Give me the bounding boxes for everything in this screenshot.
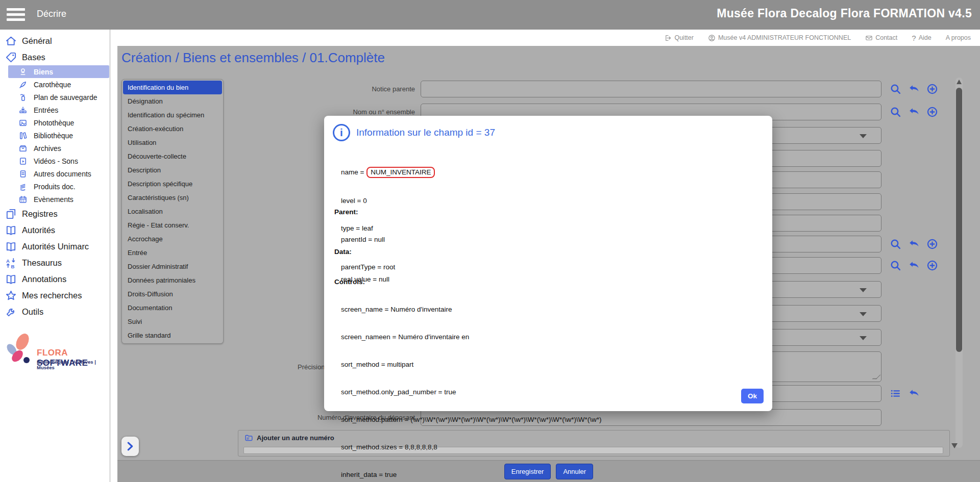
resize-handle-icon[interactable] [872,375,881,379]
controls-line: sort_method.sizes = 8,8,8,8,8,8 [334,443,601,452]
hamburger-menu-icon[interactable] [7,8,25,21]
tab-regie-etat-conserv[interactable]: Régie - Etat conserv. [123,218,222,232]
sidebar: Général Bases Biens Carothèque Plan de s… [0,30,110,482]
vertical-scrollbar-thumb[interactable] [956,88,962,352]
undo-icon[interactable] [908,106,920,118]
sidebar-item-entrees[interactable]: Entrées [0,104,110,116]
search-icon[interactable] [889,259,902,272]
wrench-icon [5,306,17,318]
calendar-icon [18,195,28,204]
sidebar-item-label: Evènements [34,195,74,204]
collapse-panel-button[interactable] [121,437,139,456]
scroll-up-icon[interactable] [957,80,962,84]
statue-icon [18,67,28,77]
sidebar-item-outils[interactable]: Outils [0,303,110,320]
search-icon[interactable] [889,238,902,250]
tab-identification-du-bien[interactable]: Identification du bien [123,81,222,94]
name-prefix: name = [341,168,366,176]
add-icon[interactable] [926,238,939,250]
sidebar-item-label: Mes recherches [22,291,82,300]
tab-droits-diffusion[interactable]: Droits-Diffusion [123,287,222,301]
data-header: Data: [334,247,389,257]
sidebar-item-biens[interactable]: Biens [8,65,109,78]
tab-creation-execution[interactable]: Création-exécution [123,122,222,136]
tab-grille-standard[interactable]: Grille standard [123,328,222,342]
butterfly-logo-icon [3,332,35,368]
sidebar-item-evenements[interactable]: Evènements [0,193,110,206]
sidebar-item-phototheque[interactable]: Photothèque [0,116,110,129]
top-bar: Décrire Musée Flora Decalog Flora FORMAT… [0,0,980,30]
sidebar-item-label: Archives [34,144,61,153]
dropdown-arrow-icon [860,336,867,340]
sidebar-item-mes-recherches[interactable]: Mes recherches [0,287,110,303]
tab-identification-du-specimen[interactable]: Identification du spécimen [123,108,222,122]
tab-dossier-administratif[interactable]: Dossier Administratif [123,260,222,273]
sidebar-item-general[interactable]: Général [0,33,110,49]
sidebar-item-registres[interactable]: Registres [0,206,110,222]
tab-donnees-patrimoniales[interactable]: Données patrimoniales [123,273,222,287]
tab-caracteristiques-sn[interactable]: Caractéristiques (sn) [123,191,222,205]
tab-localisation[interactable]: Localisation [123,205,222,218]
about-link[interactable]: A propos [946,34,971,41]
add-icon[interactable] [926,259,939,272]
tag-icon [5,52,17,63]
quit-label: Quitter [674,34,694,41]
user-account[interactable]: Musée v4 ADMINISTRATEUR FONCTIONNEL [708,34,851,42]
tab-description[interactable]: Description [123,163,222,177]
sidebar-item-label: Photothèque [34,119,74,127]
ok-button[interactable]: Ok [741,389,764,403]
sidebar-item-autorites[interactable]: Autorités [0,222,110,238]
dropdown-arrow-icon [860,312,867,316]
tab-documentation[interactable]: Documentation [123,301,222,315]
tab-decouverte-collecte[interactable]: Découverte-collecte [123,149,222,163]
sidebar-item-annotations[interactable]: Annotations [0,271,110,287]
add-number-header[interactable]: Ajouter un autre numéro [244,434,334,442]
logo-tagline: Bibliothèques | Archives | Musées [37,359,110,370]
scroll-down-icon[interactable] [951,443,958,448]
undo-icon[interactable] [908,83,920,95]
sidebar-item-label: Bibliothèque [34,132,73,140]
form-tab-list: Identification du bien Désignation Ident… [121,79,224,344]
user-icon [708,34,716,42]
sidebar-item-label: Bases [22,53,45,62]
help-link[interactable]: ?Aide [912,34,931,42]
sidebar-item-produits-doc[interactable]: Produits doc. [0,180,110,193]
add-icon[interactable] [926,83,939,95]
add-icon[interactable] [926,106,939,118]
search-icon[interactable] [889,83,902,95]
sidebar-item-label: Entrées [34,106,58,114]
about-label: A propos [946,34,971,41]
sidebar-item-bases[interactable]: Bases [0,49,110,65]
sidebar-item-videos-sons[interactable]: Vidéos - Sons [0,155,110,167]
sidebar-item-bibliotheque[interactable]: Bibliothèque [0,129,110,142]
undo-icon[interactable] [908,259,920,272]
sidebar-item-autorites-unimarc[interactable]: Autorités Unimarc [0,238,110,255]
list-icon[interactable] [889,387,902,400]
tab-entree[interactable]: Entrée [123,246,222,260]
tab-designation[interactable]: Désignation [123,94,222,108]
quit-link[interactable]: Quitter [664,34,694,42]
image-icon [18,118,28,128]
extinguisher-icon [18,93,28,102]
dialog-title: Information sur le champ id = 37 [356,127,495,138]
notice-parente-field[interactable] [421,81,881,97]
notice-parente-actions [889,81,939,97]
tab-description-specifique[interactable]: Description spécifique [123,177,222,191]
name-line: name = NUM_INVENTAIRE [334,167,435,178]
sidebar-item-autres-documents[interactable]: Autres documents [0,167,110,180]
search-icon[interactable] [889,106,902,118]
tab-accrochage[interactable]: Accrochage [123,232,222,246]
contact-link[interactable]: Contact [865,34,897,42]
sidebar-item-thesaurus[interactable]: Thesaurus [0,255,110,271]
add-number-label: Ajouter un autre numéro [257,434,334,442]
tab-suivi[interactable]: Suivi [123,315,222,328]
tab-utilisation[interactable]: Utilisation [123,136,222,149]
undo-icon[interactable] [908,387,920,400]
sidebar-item-plan-sauvegarde[interactable]: Plan de sauvegarde [0,91,110,104]
controls-line: sort_method = multipart [334,360,601,369]
sidebar-item-carotheque[interactable]: Carothèque [0,78,110,91]
precision-label: Précision [298,359,328,375]
sidebar-item-archives[interactable]: Archives [0,142,110,155]
undo-icon[interactable] [908,238,920,250]
info-icon: i [333,124,350,141]
